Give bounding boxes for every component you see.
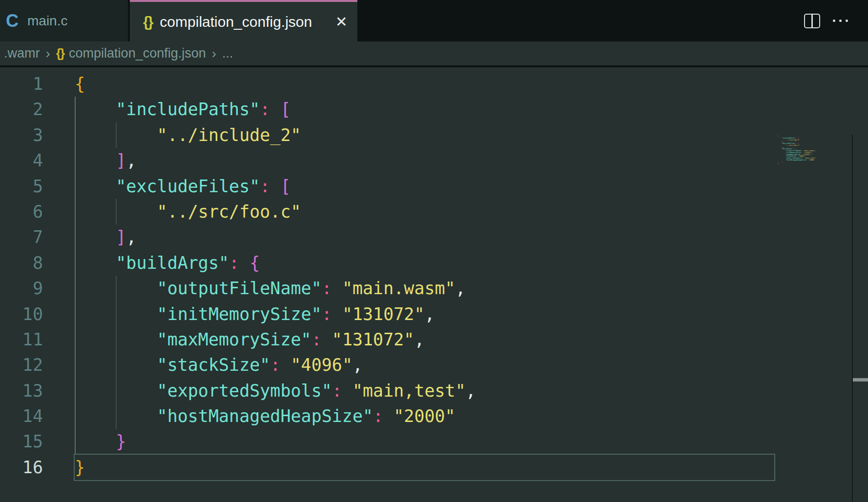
line-number[interactable]: 1 — [0, 71, 43, 97]
code-line[interactable]: 16} — [0, 455, 868, 480]
line-content: } — [75, 455, 85, 480]
breadcrumb-item-file[interactable]: compilation_config.json — [69, 46, 206, 61]
tab-main-c[interactable]: C main.c — [0, 0, 128, 41]
line-number[interactable]: 7 — [0, 224, 43, 250]
code-line[interactable]: 7 ], — [0, 224, 868, 250]
line-content: "initMemorySize": "131072", — [75, 301, 435, 327]
code-line[interactable]: 2 "includePaths": [ — [0, 97, 868, 122]
line-content: "../src/foo.c" — [75, 199, 301, 224]
vscode-editor-window: C main.c {} compilation_config.json ✕ .w… — [0, 0, 868, 502]
line-number[interactable]: 6 — [0, 199, 43, 224]
line-number[interactable]: 11 — [0, 327, 43, 352]
line-number[interactable]: 15 — [0, 429, 43, 454]
line-content: { — [75, 71, 85, 97]
code-line[interactable]: 6 "../src/foo.c" — [0, 199, 868, 224]
code-line[interactable]: 12 "stackSize": "4096", — [0, 352, 868, 378]
editor-actions — [804, 0, 848, 41]
minimap-line: } — [778, 163, 851, 165]
more-actions-icon[interactable] — [833, 20, 848, 22]
code-line[interactable]: 15 } — [0, 429, 868, 454]
dot — [833, 20, 835, 22]
line-content: ], — [75, 148, 136, 173]
tab-label: compilation_config.json — [160, 14, 312, 30]
line-number[interactable]: 13 — [0, 378, 43, 403]
code-lines: 1{2 "includePaths": [3 "../include_2"4 ]… — [0, 71, 868, 480]
code-line[interactable]: 10 "initMemorySize": "131072", — [0, 301, 868, 327]
breadcrumb: .wamr › {} compilation_config.json › ... — [0, 41, 868, 65]
line-number[interactable]: 3 — [0, 122, 43, 148]
chevron-right-icon: › — [212, 46, 216, 61]
line-number[interactable]: 2 — [0, 97, 43, 122]
line-number[interactable]: 8 — [0, 250, 43, 276]
line-number[interactable]: 9 — [0, 276, 43, 301]
code-line[interactable]: 13 "exportedSymbols": "main,test", — [0, 378, 868, 403]
c-file-icon: C — [6, 11, 19, 31]
split-editor-icon[interactable] — [804, 14, 820, 28]
line-number[interactable]: 5 — [0, 174, 43, 199]
code-line[interactable]: 11 "maxMemorySize": "131072", — [0, 327, 868, 352]
chevron-right-icon: › — [46, 46, 50, 61]
code-line[interactable]: 5 "excludeFiles": [ — [0, 174, 868, 199]
overview-cursor-marker — [853, 378, 868, 382]
breadcrumb-item-symbol[interactable]: ... — [222, 46, 233, 61]
line-number[interactable]: 16 — [0, 455, 43, 480]
code-line[interactable]: 1{ — [0, 71, 868, 97]
dot — [839, 20, 842, 22]
line-content: "stackSize": "4096", — [75, 352, 363, 378]
line-content: "exportedSymbols": "main,test", — [75, 378, 476, 403]
code-editor[interactable]: 1{2 "includePaths": [3 "../include_2"4 ]… — [0, 67, 868, 502]
editor-tab-bar: C main.c {} compilation_config.json ✕ — [0, 0, 868, 41]
line-content: "excludeFiles": [ — [75, 174, 291, 199]
line-content: ], — [75, 224, 136, 250]
code-line[interactable]: 3 "../include_2" — [0, 122, 868, 148]
code-line[interactable]: 8 "buildArgs": { — [0, 250, 868, 276]
line-number[interactable]: 10 — [0, 301, 43, 327]
dot — [846, 20, 848, 22]
line-content: "buildArgs": { — [75, 250, 260, 276]
line-content: "hostManagedHeapSize": "2000" — [75, 403, 455, 429]
code-line[interactable]: 4 ], — [0, 148, 868, 173]
json-braces-icon: {} — [56, 46, 64, 61]
tab-label: main.c — [27, 13, 67, 29]
tab-compilation-config-json[interactable]: {} compilation_config.json ✕ — [130, 0, 357, 41]
json-braces-icon: {} — [143, 14, 152, 30]
line-content: "outputFileName": "main.wasm", — [75, 276, 466, 301]
line-number[interactable]: 12 — [0, 352, 43, 378]
line-content: "../include_2" — [75, 122, 301, 148]
line-number[interactable]: 14 — [0, 403, 43, 429]
line-content: } — [75, 429, 126, 454]
code-line[interactable]: 14 "hostManagedHeapSize": "2000" — [0, 403, 868, 429]
current-line-highlight — [74, 454, 775, 481]
minimap[interactable]: { "includePaths": [ "../include_2" ], "e… — [778, 136, 851, 165]
code-line[interactable]: 9 "outputFileName": "main.wasm", — [0, 276, 868, 301]
breadcrumb-item-wamr[interactable]: .wamr — [4, 46, 40, 61]
line-content: "includePaths": [ — [75, 97, 291, 122]
line-number[interactable]: 4 — [0, 148, 43, 173]
line-content: "maxMemorySize": "131072", — [75, 327, 424, 352]
overview-ruler-scrollbar[interactable] — [853, 135, 868, 502]
close-tab-icon[interactable]: ✕ — [335, 13, 348, 30]
